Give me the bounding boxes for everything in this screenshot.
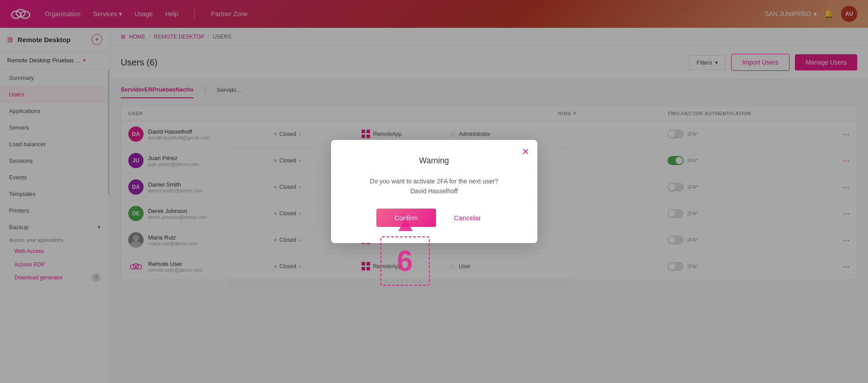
annotation-box: 6 xyxy=(380,236,430,286)
modal-close-button[interactable]: ✕ xyxy=(522,146,529,157)
warning-modal: ✕ Warning Do you want to activate 2FA fo… xyxy=(331,140,537,244)
modal-overlay: 6 ✕ Warning Do you want to activate 2FA … xyxy=(0,0,868,383)
confirm-button[interactable]: Confirm xyxy=(376,209,436,227)
modal-title: Warning xyxy=(353,156,516,165)
cancel-button[interactable]: Cancelar xyxy=(443,209,492,227)
annotation-number: 6 xyxy=(397,244,413,278)
modal-actions: Confirm Cancelar xyxy=(353,209,516,227)
modal-body: Do you want to activate 2FA for the next… xyxy=(353,176,516,196)
